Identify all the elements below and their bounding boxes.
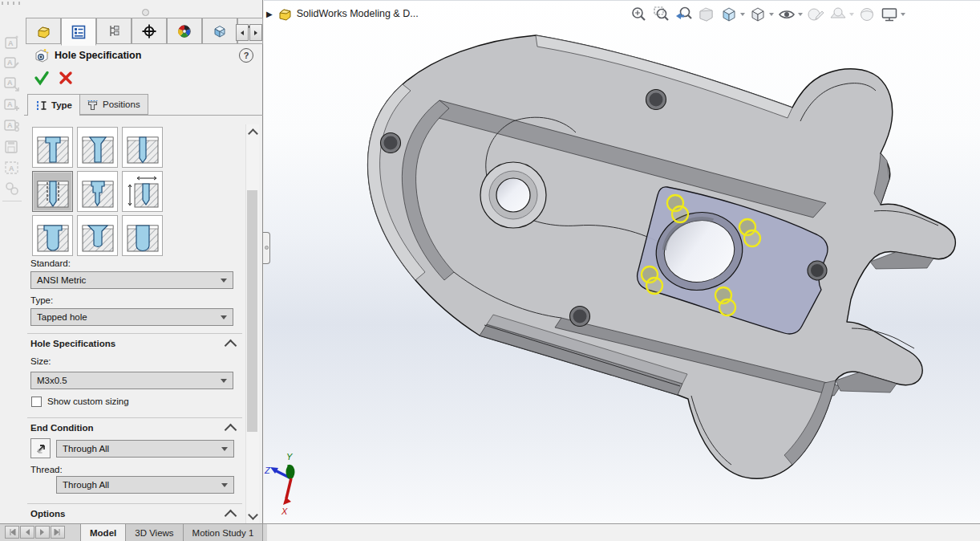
hole-type-countersink[interactable] [77,127,118,168]
hole-type-counterbore[interactable] [32,127,73,168]
configuration-tree-icon [106,23,122,39]
chevron-down-icon[interactable] [769,13,774,16]
edit-note-icon[interactable]: A [3,55,21,72]
thread-dropdown[interactable]: Through All [56,476,234,494]
select-area-icon[interactable]: A [3,159,21,177]
model-canvas[interactable] [264,1,980,524]
group-note-icon[interactable]: A [3,117,21,135]
svg-text:A: A [7,59,13,67]
hole-type-legacy[interactable] [122,171,163,212]
save-note-icon[interactable] [3,138,21,156]
move-note-icon[interactable]: A [3,75,21,93]
ok-button[interactable] [33,69,51,87]
svg-text:A: A [7,121,13,129]
collapse-section-icon[interactable] [225,340,237,352]
panel-collapse-dot[interactable] [142,9,149,16]
chevron-up-icon [248,128,258,139]
hole-type-counterbore-slot[interactable] [32,215,73,256]
svg-text:A: A [7,100,13,108]
chevron-down-icon [221,315,227,319]
cube-section-icon [212,23,228,39]
view-settings-button[interactable] [857,5,877,24]
last-tab-button[interactable] [51,526,65,539]
panel-splitter-handle[interactable] [263,232,270,264]
section-view-button[interactable] [697,5,716,24]
positions-tab-label: Positions [103,100,140,109]
graphics-viewport[interactable]: ▶ SolidWorks Modeling & D... [264,0,980,523]
positions-tab-icon [87,99,99,111]
divider [27,333,242,334]
flyout-arrow-icon[interactable]: ▶ [266,10,273,18]
first-tab-button[interactable] [5,526,19,539]
color-wheel-icon [176,23,192,39]
apply-scene-button[interactable] [828,5,854,24]
end-condition-dropdown[interactable]: Through All [56,440,234,458]
hole-type-hole[interactable] [122,127,163,168]
help-icon[interactable]: ? [239,48,253,63]
size-label: Size: [30,356,51,366]
tab-nav-buttons [5,526,65,539]
tab-displaymanager[interactable] [167,18,202,44]
tab-positions[interactable]: Positions [79,94,148,115]
hole-type-tapered-tap[interactable] [77,171,118,212]
chevron-down-icon[interactable] [901,13,905,16]
link-note-icon[interactable] [3,180,21,197]
tab-model[interactable]: Model [80,524,126,541]
scrollbar-thumb[interactable] [247,190,257,432]
counterbore-hole-icon [35,130,71,165]
breadcrumb[interactable]: ▶ SolidWorks Modeling & D... [266,6,419,21]
hole-type-straight-tap[interactable] [32,171,73,212]
size-value: M3x0.5 [37,376,67,385]
add-note-icon[interactable]: A [3,96,21,114]
svg-text:A: A [8,39,14,47]
tab-type[interactable]: Type [27,94,80,116]
tab-dimxpertmanager[interactable] [132,18,167,44]
tab-scroll-left-button[interactable] [236,24,249,41]
scroll-down-button[interactable] [246,510,259,522]
hole-type-slot[interactable] [122,215,163,256]
type-dropdown[interactable]: Tapped hole [30,308,233,326]
collapse-section-icon[interactable] [225,424,237,437]
screen-button[interactable] [880,5,905,24]
reverse-direction-button[interactable] [30,438,51,458]
tab-propertymanager[interactable] [61,18,96,46]
boss-hole[interactable] [496,178,530,212]
end-condition-value: Through All [63,444,109,454]
previous-tab-button[interactable] [20,526,34,539]
scroll-up-button[interactable] [246,126,259,138]
tab-featuremanager-design-tree[interactable] [26,18,61,44]
standard-dropdown[interactable]: ANSI Metric [30,271,233,289]
tab-motion-study-1[interactable]: Motion Study 1 [184,524,264,541]
cancel-button[interactable] [57,69,75,87]
previous-view-button[interactable] [674,5,694,24]
tab-visualization[interactable] [202,18,237,44]
tab-configurationmanager[interactable] [96,18,132,44]
display-style-button[interactable] [748,5,774,24]
size-dropdown[interactable]: M3x0.5 [30,372,233,389]
chevron-down-icon[interactable] [740,13,745,16]
view-orientation-button[interactable] [719,5,745,24]
right-arrow-icon [253,30,259,36]
hole-type-countersink-slot[interactable] [77,215,118,256]
chevron-down-icon[interactable] [849,13,854,16]
hole-specifications-header: Hole Specifications [30,339,115,348]
show-custom-sizing-checkbox[interactable] [31,397,42,407]
note-icon[interactable]: A [3,34,21,51]
panel-scrollbar[interactable] [245,124,259,523]
property-list-icon [71,24,87,40]
edit-appearance-button[interactable] [806,5,825,24]
straight-tap-hole-icon [35,174,71,209]
panel-title: Hole Specification [55,50,141,61]
tab-scroll-right-button[interactable] [249,24,262,41]
chevron-down-icon[interactable] [798,13,803,16]
tapered-tap-hole-icon [80,174,115,209]
zoom-to-fit-button[interactable] [630,5,649,24]
eye-icon [777,5,796,24]
hide-show-items-button[interactable] [777,5,803,24]
zoom-to-fit-icon [630,5,649,24]
reverse-direction-icon [34,441,48,456]
collapse-section-icon[interactable] [225,510,237,523]
next-tab-button[interactable] [35,526,50,539]
zoom-to-area-button[interactable] [652,5,671,24]
tab-3d-views[interactable]: 3D Views [126,524,183,541]
